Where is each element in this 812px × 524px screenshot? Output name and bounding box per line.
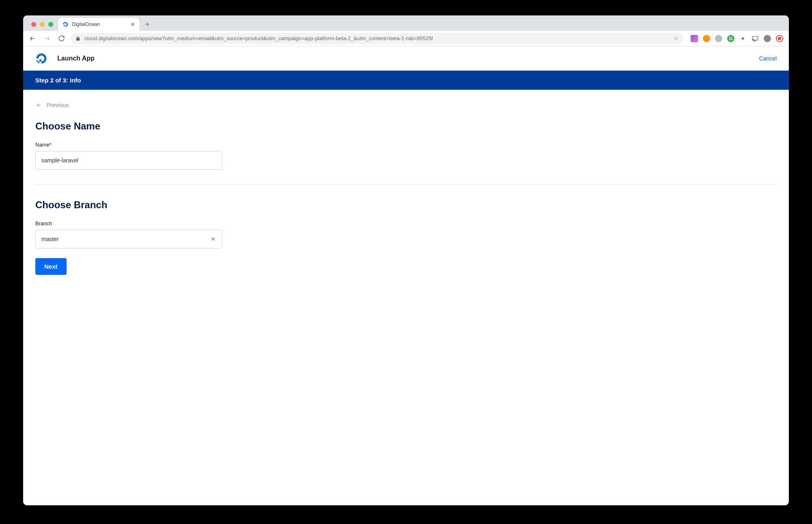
svg-rect-6 [37, 60, 38, 61]
profile-avatar-icon[interactable] [764, 35, 771, 42]
app-header: Launch App Cancel [23, 46, 789, 71]
svg-rect-5 [38, 61, 39, 63]
branch-combobox[interactable] [35, 230, 222, 248]
close-window-button[interactable] [31, 22, 36, 27]
url-text: cloud.digitalocean.com/apps/new?utm_medi… [84, 35, 669, 41]
svg-rect-1 [64, 26, 65, 27]
branch-input[interactable] [41, 236, 209, 242]
close-tab-icon[interactable]: ✕ [130, 21, 135, 28]
section-divider [35, 184, 777, 185]
step-banner: Step 2 of 3: Info [23, 71, 789, 90]
previous-link[interactable]: Previous [35, 102, 69, 108]
forward-button[interactable] [43, 35, 51, 42]
extension-icons: G ✦ [689, 35, 783, 42]
minimize-window-button[interactable] [40, 22, 45, 27]
page-content: Launch App Cancel Step 2 of 3: Info Prev… [23, 46, 789, 505]
cancel-link[interactable]: Cancel [759, 55, 777, 62]
lock-icon [76, 36, 80, 41]
tab-title: DigitalOcean [72, 22, 127, 27]
cast-icon[interactable] [752, 35, 759, 42]
svg-rect-3 [752, 36, 758, 40]
bookmark-star-icon[interactable]: ☆ [674, 35, 678, 41]
extension-icon-4[interactable]: G [727, 35, 734, 42]
extension-icon-3[interactable] [715, 35, 722, 42]
name-field-label: Name* [35, 142, 777, 148]
svg-rect-2 [63, 25, 64, 26]
digitalocean-favicon [62, 21, 69, 28]
browser-tab-bar: DigitalOcean ✕ + [23, 15, 789, 31]
previous-label: Previous [47, 102, 69, 108]
browser-window: DigitalOcean ✕ + cloud.digitalocean.com/… [23, 15, 789, 505]
svg-rect-0 [65, 25, 65, 26]
browser-toolbar: cloud.digitalocean.com/apps/new?utm_medi… [23, 31, 789, 46]
digitalocean-logo-icon[interactable] [35, 52, 48, 65]
page-title: Launch App [57, 55, 95, 62]
maximize-window-button[interactable] [48, 22, 53, 27]
branch-field-label: Branch [35, 220, 777, 226]
extensions-menu-icon[interactable]: ✦ [739, 35, 747, 42]
browser-tab[interactable]: DigitalOcean ✕ [58, 18, 139, 31]
back-button[interactable] [29, 35, 36, 42]
name-input[interactable] [35, 151, 222, 170]
extension-icon-1[interactable] [691, 35, 698, 42]
reload-button[interactable] [58, 35, 65, 42]
address-bar[interactable]: cloud.digitalocean.com/apps/new?utm_medi… [71, 33, 683, 44]
extension-icon-5[interactable] [776, 35, 783, 42]
choose-name-heading: Choose Name [35, 121, 777, 132]
svg-rect-4 [39, 59, 41, 61]
arrow-left-icon [35, 102, 43, 108]
next-button[interactable]: Next [35, 258, 67, 275]
window-controls [28, 22, 58, 31]
new-tab-button[interactable]: + [142, 19, 153, 30]
extension-icon-2[interactable] [703, 35, 710, 42]
choose-branch-heading: Choose Branch [35, 199, 777, 211]
clear-branch-icon[interactable] [209, 235, 218, 244]
